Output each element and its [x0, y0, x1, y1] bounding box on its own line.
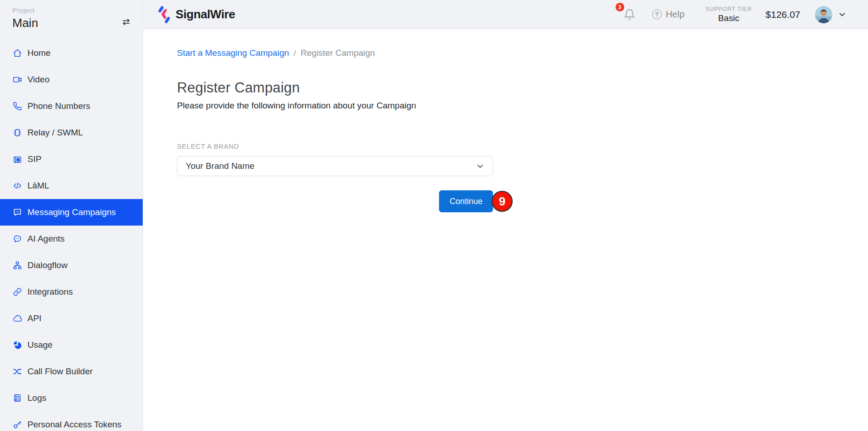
page-subtitle: Please provide the following information…: [177, 101, 868, 111]
sidebar-item-label: Home: [27, 48, 51, 58]
sidebar-item-ai-agents[interactable]: AI Agents: [0, 226, 143, 252]
project-label: Project: [12, 6, 134, 14]
pie-chart-icon: [12, 340, 22, 350]
sidebar-item-label: Integrations: [27, 287, 73, 297]
notifications-bell-icon[interactable]: 3: [623, 8, 636, 21]
code-icon: [12, 181, 22, 191]
project-header: Project Main: [0, 0, 143, 40]
topbar-right: 3 ? Help SUPPORT TIER Basic $126.07: [623, 6, 868, 23]
sidebar-item-label: Call Flow Builder: [27, 366, 93, 377]
key-icon: [12, 420, 22, 430]
support-tier: SUPPORT TIER Basic: [706, 6, 752, 23]
sidebar-item-personal-access-tokens[interactable]: Personal Access Tokens: [0, 411, 143, 431]
breadcrumb-separator: /: [294, 48, 296, 58]
sidebar-item-label: Relay / SWML: [27, 128, 83, 138]
breadcrumb: Start a Messaging Campaign / Register Ca…: [177, 48, 868, 58]
support-tier-value: Basic: [706, 13, 752, 23]
account-balance[interactable]: $126.07: [766, 9, 800, 20]
chevron-down-icon[interactable]: [838, 11, 846, 18]
sidebar-item-label: Usage: [27, 340, 53, 350]
help-label: Help: [666, 9, 685, 20]
desk-phone-icon: [12, 154, 22, 164]
book-icon: [12, 393, 22, 403]
help-button[interactable]: ? Help: [652, 9, 685, 20]
sidebar-item-call-flow-builder[interactable]: Call Flow Builder: [0, 358, 143, 385]
chat-bubble-icon: [12, 207, 22, 217]
sidebar-item-label: API: [27, 313, 42, 323]
topbar: SignalWire 3 ? Help SUPPORT TIER Basic $…: [143, 0, 868, 29]
register-campaign-form: SELECT A BRAND Your Brand Name Continue …: [177, 142, 493, 212]
video-camera-icon: [12, 75, 22, 85]
brand-select[interactable]: Your Brand Name: [177, 156, 493, 176]
sidebar-item-label: SIP: [27, 154, 42, 164]
switch-project-icon[interactable]: [121, 16, 132, 27]
sidebar-item-video[interactable]: Video: [0, 66, 143, 93]
signalwire-logo-icon: [157, 5, 171, 24]
question-circle-icon: ?: [652, 10, 662, 19]
sidebar: Project Main Home Vid: [0, 0, 143, 431]
sidebar-item-phone-numbers[interactable]: Phone Numbers: [0, 93, 143, 119]
sidebar-item-label: Personal Access Tokens: [27, 420, 122, 430]
sidebar-item-label: Logs: [27, 393, 46, 403]
home-icon: [12, 48, 22, 58]
annotation-step-badge: 9: [492, 191, 513, 212]
chip-icon: [12, 128, 22, 138]
phone-icon: [12, 101, 22, 111]
sidebar-item-sip[interactable]: SIP: [0, 146, 143, 172]
sidebar-item-logs[interactable]: Logs: [0, 385, 143, 411]
notification-badge: 3: [616, 3, 624, 11]
breadcrumb-link-start-messaging-campaign[interactable]: Start a Messaging Campaign: [177, 48, 289, 58]
round-chat-icon: [12, 234, 22, 244]
signalwire-logo[interactable]: SignalWire: [157, 5, 235, 24]
support-tier-label: SUPPORT TIER: [706, 6, 752, 12]
form-actions: Continue 9: [177, 190, 493, 212]
sidebar-item-usage[interactable]: Usage: [0, 332, 143, 358]
sidebar-item-label: Messaging Campaigns: [27, 207, 116, 217]
sidebar-item-label: Phone Numbers: [27, 101, 90, 111]
sidebar-item-label: LāML: [27, 181, 49, 191]
shuffle-icon: [12, 366, 22, 377]
cloud-icon: [12, 313, 22, 323]
main-content: Start a Messaging Campaign / Register Ca…: [143, 29, 868, 431]
sidebar-item-integrations[interactable]: Integrations: [0, 279, 143, 305]
sidebar-item-relay-swml[interactable]: Relay / SWML: [0, 119, 143, 146]
select-chevron-down-icon: [476, 162, 484, 170]
sidebar-item-dialogflow[interactable]: Dialogflow: [0, 252, 143, 279]
brand-name: SignalWire: [176, 7, 235, 22]
breadcrumb-current: Register Campaign: [300, 48, 375, 58]
link-icon: [12, 287, 22, 297]
sidebar-nav: Home Video Phone Numbers: [0, 40, 143, 431]
sidebar-item-label: Video: [27, 75, 49, 85]
sidebar-item-api[interactable]: API: [0, 305, 143, 332]
brand-select-value: Your Brand Name: [186, 161, 254, 171]
continue-button[interactable]: Continue: [439, 190, 493, 212]
select-brand-label: SELECT A BRAND: [177, 142, 493, 150]
project-name: Main: [12, 16, 134, 30]
sidebar-item-home[interactable]: Home: [0, 40, 143, 66]
sidebar-item-messaging-campaigns[interactable]: Messaging Campaigns: [0, 199, 143, 226]
sidebar-item-label: Dialogflow: [27, 260, 68, 270]
sitemap-icon: [12, 260, 22, 270]
sidebar-item-label: AI Agents: [27, 234, 64, 244]
sidebar-item-laml[interactable]: LāML: [0, 172, 143, 199]
avatar[interactable]: [815, 6, 832, 23]
page-title: Register Campaign: [177, 80, 868, 96]
